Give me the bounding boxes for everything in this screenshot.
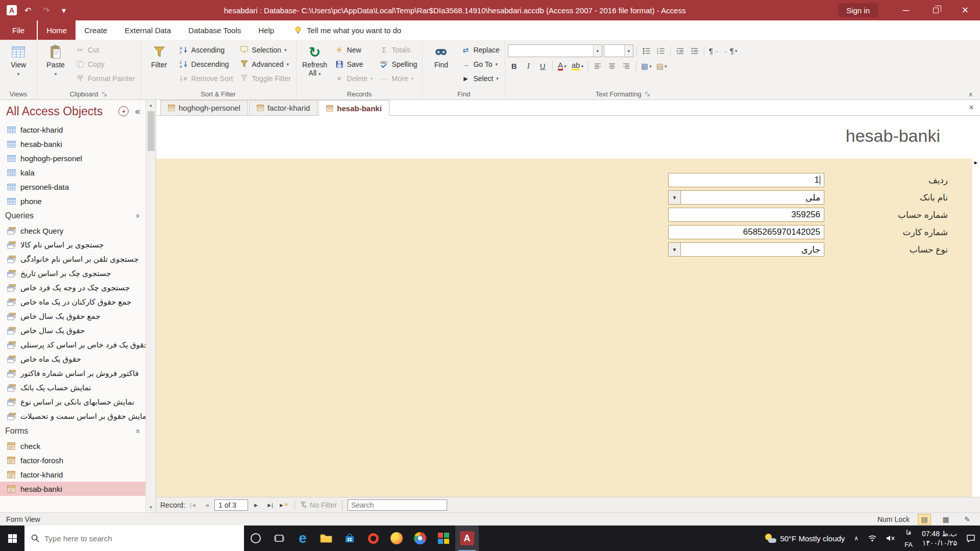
tab-database-tools[interactable]: Database Tools [180, 20, 250, 40]
toggle-filter-button[interactable]: Toggle Filter [237, 71, 293, 85]
totals-button[interactable]: ΣTotals [377, 43, 420, 57]
spelling-button[interactable]: ABCSpelling [377, 57, 420, 71]
sidebar-item-form[interactable]: factor-kharid [0, 467, 145, 482]
sidebar-section-queries[interactable]: Queries « [0, 208, 145, 223]
font-color-button[interactable]: A▾ [556, 60, 569, 72]
sidebar-item-table[interactable]: hesab-banki [0, 137, 145, 151]
sidebar-item-query[interactable]: حقوق یک فرد خاص بر اساس کد پرسنلی [0, 338, 145, 352]
account-number-input[interactable]: 359256 [668, 208, 824, 222]
advanced-button[interactable]: Advanced▾ [237, 57, 293, 71]
tab-create[interactable]: Create [76, 20, 116, 40]
more-button[interactable]: ⋯More▾ [377, 71, 420, 85]
card-number-input[interactable]: 6585265970142025 [668, 225, 824, 239]
last-record-button[interactable]: ►| [263, 499, 276, 511]
increase-indent-button[interactable] [688, 44, 701, 57]
taskbar-search-input[interactable] [44, 534, 237, 543]
doc-tab-hoghogh-personel[interactable]: hoghogh-personel [160, 100, 248, 115]
combo-dropdown-icon[interactable]: ▼ [669, 243, 681, 256]
weather-widget[interactable]: 50°F Mostly cloudy [761, 525, 849, 551]
sidebar-item-query[interactable]: حقوق یک ماه خاص [0, 352, 145, 366]
language-indicator[interactable]: فا FA [900, 525, 917, 551]
clipboard-dialog-launcher-icon[interactable] [102, 91, 108, 97]
right-to-left-button[interactable]: ←¶▾ [722, 44, 739, 57]
sidebar-item-query[interactable]: check Query [0, 223, 145, 238]
action-center-icon[interactable] [962, 525, 980, 551]
align-right-button[interactable] [620, 60, 633, 72]
taskbar-search-box[interactable] [24, 525, 244, 551]
replace-button[interactable]: ⇄Replace [458, 43, 502, 57]
no-filter-button[interactable]: No Filter [300, 501, 337, 509]
tab-help[interactable]: Help [250, 20, 283, 40]
tab-external-data[interactable]: External Data [116, 20, 180, 40]
sidebar-scrollbar[interactable]: ▲ ▼ [145, 100, 156, 512]
tab-home[interactable]: Home [38, 20, 76, 40]
sidebar-section-forms[interactable]: Forms « [0, 423, 145, 439]
design-view-button[interactable]: ✎ [961, 514, 974, 525]
cut-button[interactable]: ✂Cut [73, 43, 138, 57]
sidebar-item-table[interactable]: personeli-data [0, 180, 145, 194]
ascending-button[interactable]: AZAscending [177, 43, 236, 57]
save-record-button[interactable]: Save [332, 57, 376, 71]
access-taskbar-icon[interactable]: A [455, 525, 479, 551]
previous-record-button[interactable]: ◄ [201, 499, 213, 511]
chrome-icon[interactable] [408, 525, 432, 551]
sidebar-item-query[interactable]: نمایش حسابهای بانکی بر اساس نوع [0, 395, 145, 409]
access-app-icon[interactable]: A [4, 3, 19, 18]
doc-tab-factor-kharid[interactable]: factor-kharid [249, 100, 317, 115]
font-size-combo[interactable]: ▾ [604, 44, 633, 57]
sidebar-item-query[interactable]: نمایش حساب یک بانک [0, 381, 145, 395]
first-record-button[interactable]: |◄ [187, 499, 199, 511]
select-button[interactable]: ►Select▾ [458, 71, 502, 85]
clock[interactable]: 07:48 ب.ظ ۱۴۰۰/۱۰/۲۵ [917, 525, 962, 551]
delete-record-button[interactable]: ×Delete▾ [332, 71, 376, 85]
copy-button[interactable]: Copy [73, 57, 138, 71]
close-document-icon[interactable]: × [963, 100, 980, 115]
account-type-combo[interactable]: ▼جاری [668, 242, 824, 257]
collapse-ribbon-icon[interactable]: ∧ [968, 91, 973, 98]
edge-icon[interactable]: e [291, 525, 314, 551]
format-painter-button[interactable]: Format Painter [73, 71, 138, 85]
sidebar-item-query[interactable]: حقوق یک سال خاص [0, 323, 145, 338]
undo-icon[interactable]: ↶▾ [21, 3, 37, 18]
sidebar-item-query[interactable]: جمع حقوق یک سال خاص [0, 309, 145, 323]
sidebar-item-form[interactable]: factor-forosh [0, 453, 145, 467]
go-to-button[interactable]: →Go To▾ [458, 57, 502, 71]
redo-icon[interactable]: ↷ [39, 3, 54, 18]
scroll-down-icon[interactable]: ▼ [146, 502, 156, 512]
start-button[interactable] [0, 525, 24, 551]
paste-button[interactable]: Paste▾ [40, 41, 71, 78]
datasheet-view-button[interactable]: ▦ [939, 514, 952, 525]
next-record-button[interactable]: ► [250, 499, 262, 511]
shutter-bar-close-icon[interactable]: « [133, 106, 142, 117]
decrease-indent-button[interactable] [674, 44, 687, 57]
network-icon[interactable] [863, 525, 881, 551]
bullets-button[interactable] [640, 44, 653, 57]
new-record-button[interactable]: ✳New [332, 43, 376, 57]
alternate-row-color-button[interactable]: ▤▾ [655, 60, 669, 72]
gridlines-button[interactable]: ▦▾ [640, 60, 653, 72]
filter-button[interactable]: Filter [143, 41, 175, 69]
font-name-combo[interactable]: ▾ [508, 44, 602, 57]
numbering-button[interactable]: 123 [654, 44, 667, 57]
task-view-icon[interactable] [267, 525, 291, 551]
sidebar-item-query[interactable]: جستجوی بر اساس نام کالا [0, 238, 145, 252]
refresh-all-button[interactable]: ↻ Refresh All ▾ [299, 41, 331, 78]
sidebar-item-table[interactable]: kala [0, 165, 145, 180]
new-record-nav-button[interactable]: ►✳ [277, 499, 289, 511]
doc-tab-hesab-banki[interactable]: hesab-banki [318, 100, 389, 116]
sidebar-item-query[interactable]: فاکتور فروش بر اساس شماره فاکتور [0, 366, 145, 381]
bold-button[interactable]: B [508, 60, 521, 72]
sidebar-item-table[interactable]: phone [0, 194, 145, 208]
sidebar-item-form[interactable]: check [0, 439, 145, 453]
find-button[interactable]: Find [425, 41, 457, 69]
highlight-color-button[interactable]: ab▾ [570, 60, 585, 72]
sign-in-button[interactable]: Sign in [838, 3, 878, 17]
remove-sort-button[interactable]: Remove Sort [177, 71, 236, 85]
nav-pane-menu-icon[interactable]: ▾ [118, 106, 129, 116]
sidebar-item-query[interactable]: جستجوی چک بر اساس تاریخ [0, 266, 145, 281]
view-button[interactable]: View▾ [3, 41, 34, 78]
bank-name-combo[interactable]: ▼ملی [668, 190, 824, 205]
record-position[interactable]: 1 of 3 [214, 499, 248, 511]
sidebar-item-form[interactable]: hesab-banki [0, 482, 145, 496]
italic-button[interactable]: I [522, 60, 535, 72]
